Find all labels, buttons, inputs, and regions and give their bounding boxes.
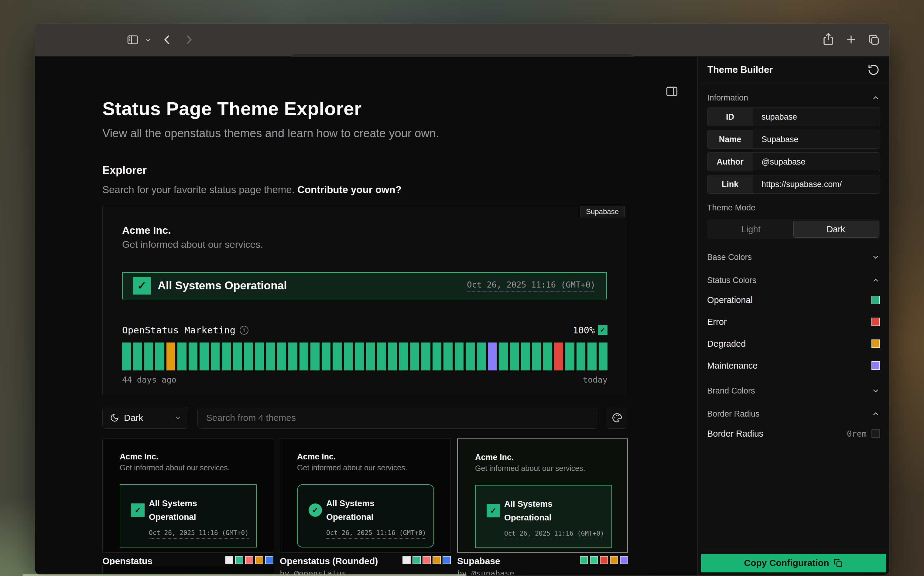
status-banner-timestamp[interactable]: Oct 26, 2025 11:16 (GMT+0) xyxy=(467,280,595,292)
theme-color-swatch xyxy=(442,556,451,564)
uptime-bar-operational[interactable] xyxy=(421,342,430,370)
section-base-colors[interactable]: Base Colors xyxy=(707,248,880,266)
uptime-bar-operational[interactable] xyxy=(233,342,242,370)
uptime-bar-operational[interactable] xyxy=(377,342,386,370)
uptime-bar-operational[interactable] xyxy=(432,342,441,370)
color-swatch-error[interactable] xyxy=(871,318,880,326)
sidebar-toggle-icon[interactable] xyxy=(127,34,139,46)
theme-badge: Supabase xyxy=(580,206,625,218)
color-swatch-degraded[interactable] xyxy=(871,339,880,348)
uptime-bar-operational[interactable] xyxy=(344,342,353,370)
uptime-bar-operational[interactable] xyxy=(366,342,375,370)
uptime-bar-operational[interactable] xyxy=(466,342,474,370)
uptime-bar-operational[interactable] xyxy=(178,342,186,370)
uptime-bar-operational[interactable] xyxy=(521,342,530,370)
copy-icon xyxy=(833,558,843,568)
theme-mode-light[interactable]: Light xyxy=(709,221,793,238)
reset-icon[interactable] xyxy=(868,64,880,76)
uptime-bar-operational[interactable] xyxy=(155,342,164,370)
theme-card-partial[interactable]: Acme Inc. Get informed about our service… xyxy=(102,565,273,575)
uptime-bar-operational[interactable] xyxy=(144,342,153,370)
forward-button[interactable] xyxy=(182,33,195,47)
uptime-bar-operational[interactable] xyxy=(222,342,231,370)
uptime-bar-operational[interactable] xyxy=(211,342,219,370)
uptime-bar-operational[interactable] xyxy=(200,342,208,370)
uptime-bar-operational[interactable] xyxy=(288,342,297,370)
uptime-bar-operational[interactable] xyxy=(277,342,286,370)
uptime-bar-operational[interactable] xyxy=(599,342,607,370)
uptime-bar-operational[interactable] xyxy=(499,342,508,370)
tab-overview-icon[interactable] xyxy=(867,33,880,46)
uptime-bar-operational[interactable] xyxy=(333,342,341,370)
uptime-bar-operational[interactable] xyxy=(455,342,463,370)
theme-mode-dark[interactable]: Dark xyxy=(793,221,879,238)
uptime-bar-error[interactable] xyxy=(554,342,563,370)
copy-configuration-button[interactable]: Copy Configuration xyxy=(701,554,886,572)
uptime-bar-operational[interactable] xyxy=(410,342,419,370)
info-icon[interactable]: i xyxy=(240,326,248,334)
section-base-colors-label: Base Colors xyxy=(707,253,752,262)
uptime-bar-operational[interactable] xyxy=(399,342,408,370)
search-input[interactable] xyxy=(198,413,598,423)
section-status-colors[interactable]: Status Colors xyxy=(707,272,880,289)
new-tab-icon[interactable] xyxy=(844,33,858,46)
uptime-bar-operational[interactable] xyxy=(588,342,596,370)
uptime-bar-operational[interactable] xyxy=(565,342,574,370)
field-name-value[interactable]: Supabase xyxy=(753,130,880,149)
theme-card-openstatus[interactable]: Acme Inc. Get informed about our service… xyxy=(102,438,273,553)
card-timestamp: Oct 26, 2025 11:16 (GMT+0) xyxy=(504,530,604,539)
color-swatch-maintenance[interactable] xyxy=(871,361,880,370)
contribute-link[interactable]: Contribute your own? xyxy=(297,184,402,195)
status-banner: ✓ All Systems Operational Oct 26, 2025 1… xyxy=(122,272,607,299)
field-author-value[interactable]: @supabase xyxy=(753,153,880,171)
uptime-bar-operational[interactable] xyxy=(266,342,275,370)
uptime-bar-degraded[interactable] xyxy=(167,342,175,370)
border-radius-swatch[interactable] xyxy=(871,429,880,438)
uptime-bar-operational[interactable] xyxy=(510,342,519,370)
collapse-panel-icon[interactable] xyxy=(665,85,679,98)
section-status-colors-label: Status Colors xyxy=(707,276,756,285)
uptime-bar-operational[interactable] xyxy=(444,342,452,370)
card-status-banner: ✓ All Systems Operational Oct 26, 2025 1… xyxy=(475,485,612,548)
card-company-description: Get informed about our services. xyxy=(475,464,585,473)
uptime-bar-operational[interactable] xyxy=(355,342,364,370)
preview-company-description: Get informed about our services. xyxy=(122,239,263,250)
theme-mode-dropdown[interactable]: Dark xyxy=(102,407,188,429)
uptime-bar-operational[interactable] xyxy=(189,342,197,370)
field-id-value[interactable]: supabase xyxy=(753,108,880,126)
uptime-bar-maintenance[interactable] xyxy=(488,342,496,370)
field-name: Name Supabase xyxy=(707,130,880,149)
uptime-bar-operational[interactable] xyxy=(388,342,397,370)
card-status-banner: ✓ All Systems Operational Oct 26, 2025 1… xyxy=(297,484,434,547)
section-border-radius[interactable]: Border Radius xyxy=(707,405,880,422)
card-status-label: All Systems Operational xyxy=(504,497,577,525)
theme-card-supabase-selected[interactable]: Acme Inc. Get informed about our service… xyxy=(457,438,628,553)
card-status-banner: ✓ All Systems Operational Oct 26, 2025 1… xyxy=(120,484,257,547)
field-name-label: Name xyxy=(708,130,753,149)
uptime-bar-operational[interactable] xyxy=(322,342,330,370)
uptime-bar-operational[interactable] xyxy=(133,342,142,370)
uptime-bar-operational[interactable] xyxy=(543,342,552,370)
theme-card-openstatus-rounded[interactable]: Acme Inc. Get informed about our service… xyxy=(280,438,451,553)
section-theme-mode-label: Theme Mode xyxy=(707,203,756,213)
color-swatch-operational[interactable] xyxy=(871,296,880,304)
uptime-bar-operational[interactable] xyxy=(311,342,319,370)
share-icon[interactable] xyxy=(822,32,835,46)
uptime-bar-operational[interactable] xyxy=(122,342,131,370)
back-button[interactable] xyxy=(160,33,175,47)
border-radius-row: Border Radius 0rem xyxy=(707,422,880,445)
section-brand-colors[interactable]: Brand Colors xyxy=(707,382,880,400)
field-link-value[interactable]: https://supabase.com/ xyxy=(753,175,880,194)
status-color-operational: Operational xyxy=(707,289,880,311)
uptime-bar-operational[interactable] xyxy=(255,342,264,370)
uptime-bar-operational[interactable] xyxy=(532,342,541,370)
uptime-bar-operational[interactable] xyxy=(576,342,585,370)
field-author: Author @supabase xyxy=(707,152,880,171)
uptime-bar-operational[interactable] xyxy=(244,342,253,370)
uptime-bar-operational[interactable] xyxy=(477,342,486,370)
card-company-name: Acme Inc. xyxy=(120,452,159,462)
sidebar-menu-chevron-icon[interactable] xyxy=(144,37,152,44)
section-information[interactable]: Information xyxy=(707,92,880,104)
uptime-bar-operational[interactable] xyxy=(299,342,308,370)
palette-button[interactable] xyxy=(607,407,627,429)
